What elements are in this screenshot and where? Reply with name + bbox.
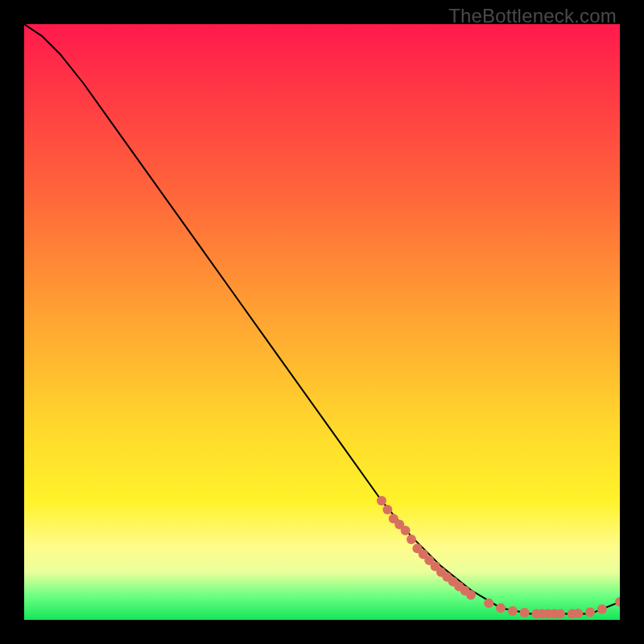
- plot-area: [24, 24, 620, 620]
- data-dot: [407, 535, 416, 544]
- data-dot: [508, 606, 518, 616]
- data-dot: [615, 597, 620, 607]
- data-dot: [382, 505, 392, 514]
- curve-line: [24, 24, 620, 614]
- data-dot: [466, 590, 476, 600]
- chart-stage: TheBottleneck.com: [0, 0, 644, 644]
- data-dot: [520, 608, 530, 617]
- watermark-text: TheBottleneck.com: [448, 5, 617, 27]
- chart-svg: [24, 24, 620, 620]
- data-dot: [573, 609, 583, 618]
- data-dot: [377, 496, 386, 506]
- data-dots: [377, 496, 620, 619]
- data-dot: [484, 598, 493, 608]
- data-dot: [496, 603, 506, 613]
- data-dot: [597, 605, 607, 614]
- data-dot: [585, 607, 595, 617]
- data-dot: [401, 526, 411, 535]
- data-dot: [555, 609, 565, 619]
